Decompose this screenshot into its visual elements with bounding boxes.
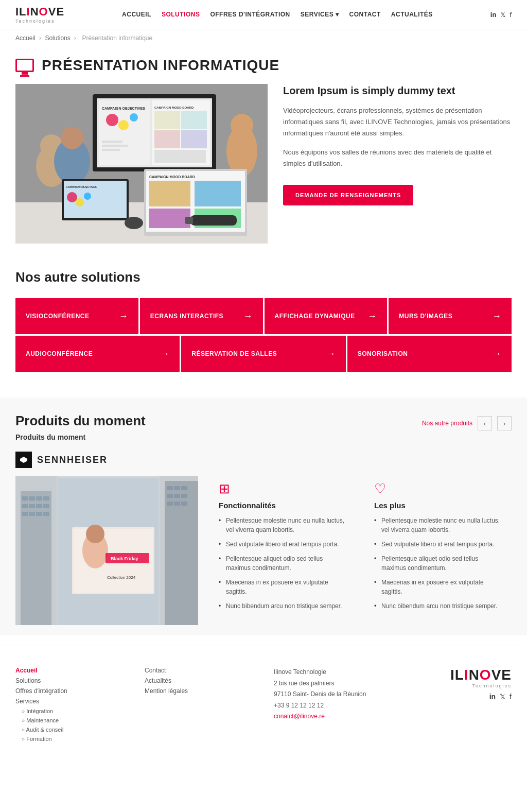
- social-twitter[interactable]: 𝕏: [500, 11, 505, 19]
- svg-rect-51: [43, 504, 49, 508]
- brand-logo-svg: [19, 455, 29, 465]
- screen-icon: [15, 59, 34, 72]
- svg-rect-67: [174, 486, 180, 490]
- features-icon: ⊞: [219, 481, 348, 497]
- footer-social-facebook[interactable]: f: [510, 693, 512, 701]
- svg-rect-54: [36, 512, 42, 516]
- solutions-section: Nos autre solutions VISIOCONFÉRENCE → EC…: [0, 249, 527, 387]
- solution-visio-label: VISIOCONFÉRENCE: [26, 312, 90, 321]
- footer-link-maintenance[interactable]: Maintenance: [15, 717, 124, 723]
- nav-contact[interactable]: CONTACT: [349, 11, 381, 18]
- svg-rect-34: [149, 181, 190, 206]
- svg-rect-74: [181, 502, 187, 506]
- footer-address1: 2 bis rue des palmiers: [274, 678, 382, 689]
- svg-point-24: [231, 114, 253, 136]
- extras-title: Les plus: [374, 501, 504, 510]
- solution-murs[interactable]: MURS D'IMAGES →: [389, 298, 512, 334]
- solution-reservation[interactable]: RÉSERVATION DE SALLES →: [181, 336, 345, 372]
- solution-sono-label: SONORISATION: [358, 350, 408, 358]
- feature-item-2: Pellentesque aliquet odio sed tellus max…: [219, 554, 348, 573]
- site-logo[interactable]: ILINOVE Technologies: [15, 5, 64, 24]
- solution-sono[interactable]: SONORISATION →: [347, 336, 512, 372]
- footer-logo-text: ILINOVE: [450, 667, 512, 683]
- extra-item-0: Pellentesque molestie nunc eu nulla luct…: [374, 516, 504, 534]
- breadcrumb-solutions[interactable]: Solutions: [45, 34, 70, 42]
- svg-rect-17: [181, 130, 207, 148]
- page-title: PRÉSENTATION INFORMATIQUE: [42, 57, 279, 74]
- solution-reservation-arrow: →: [326, 349, 336, 359]
- logo-subtitle: Technologies: [15, 19, 64, 24]
- svg-rect-15: [181, 111, 207, 129]
- cta-button[interactable]: DEMANDE DE RENSEIGNEMENTS: [283, 185, 413, 205]
- brand-logo-box: [15, 452, 32, 468]
- footer-link-contact[interactable]: Contact: [145, 667, 253, 674]
- nav-offres[interactable]: OFFRES D'INTÉGRATION: [210, 11, 290, 18]
- svg-text:CAMPAIGN MOOD BOARD: CAMPAIGN MOOD BOARD: [154, 106, 194, 109]
- svg-rect-47: [43, 496, 49, 500]
- social-linkedin[interactable]: in: [490, 11, 497, 19]
- svg-point-30: [84, 193, 91, 200]
- svg-rect-43: [21, 491, 51, 625]
- footer-email[interactable]: conatct@ilinove.re: [274, 711, 382, 722]
- footer-col-secondary: Contact Actualités Mention légales: [145, 667, 253, 745]
- footer-social-twitter[interactable]: 𝕏: [500, 693, 505, 701]
- svg-rect-9: [102, 141, 122, 143]
- breadcrumb-sep1: ›: [39, 34, 43, 42]
- products-next-button[interactable]: ›: [497, 416, 512, 430]
- svg-rect-69: [167, 494, 173, 498]
- solution-sono-arrow: →: [492, 349, 501, 359]
- page-title-area: PRÉSENTATION INFORMATIQUE: [0, 47, 527, 79]
- footer-link-solutions[interactable]: Solutions: [15, 677, 124, 684]
- nav-actualites[interactable]: ACTUALITÉS: [391, 11, 433, 18]
- extras-icon: ♡: [374, 481, 504, 497]
- svg-rect-18: [154, 150, 206, 163]
- footer-link-integration[interactable]: Intégration: [15, 708, 124, 714]
- footer-link-accueil[interactable]: Accueil: [15, 667, 124, 674]
- footer-link-audit[interactable]: Audit & conseil: [15, 727, 124, 733]
- solution-affichage[interactable]: AFFICHAGE DYNAMIQUE →: [265, 298, 388, 334]
- breadcrumb-accueil[interactable]: Accueil: [15, 34, 36, 42]
- svg-rect-73: [174, 502, 180, 506]
- svg-rect-71: [181, 494, 187, 498]
- solution-ecrans-arrow: →: [243, 311, 253, 322]
- svg-rect-39: [190, 215, 237, 226]
- svg-text:Black Friday: Black Friday: [111, 556, 138, 561]
- footer-col-logo: ILINOVE Technologies in 𝕏 f: [403, 667, 512, 745]
- footer-link-mentions[interactable]: Mention légales: [145, 687, 253, 695]
- products-prev-button[interactable]: ‹: [478, 416, 492, 430]
- social-facebook[interactable]: f: [510, 11, 512, 19]
- products-nav-label: Nos autre produits: [422, 420, 472, 427]
- footer-link-actualites[interactable]: Actualités: [145, 677, 253, 684]
- solution-visioconference[interactable]: VISIOCONFÉRENCE →: [15, 298, 138, 334]
- product-image: Black Friday Collection 2024: [15, 476, 198, 625]
- svg-text:CAMPAIGN MOOD BOARD: CAMPAIGN MOOD BOARD: [149, 175, 195, 179]
- hero-image-svg: CAMPAIGN OBJECTIVES CAMPAIGN MOOD BOARD: [15, 84, 268, 244]
- svg-point-22: [61, 127, 83, 149]
- products-title: Produits du moment: [15, 413, 146, 429]
- footer-link-formation[interactable]: Formation: [15, 736, 124, 742]
- footer: Accueil Solutions Offres d'intégration S…: [0, 646, 527, 761]
- nav-accueil[interactable]: ACCUEIL: [122, 11, 151, 18]
- nav-services[interactable]: SERVICES ▾: [301, 11, 339, 18]
- svg-rect-70: [174, 494, 180, 498]
- svg-rect-46: [36, 496, 42, 500]
- features-title: Fonctionnalités: [219, 501, 348, 510]
- svg-rect-40: [185, 217, 193, 224]
- footer-address2: 97110 Saint- Denis de la Réunion: [274, 689, 382, 700]
- footer-social-linkedin[interactable]: in: [489, 693, 496, 701]
- solution-audio[interactable]: AUDIOCONFÉRENCE →: [15, 336, 180, 372]
- footer-link-services[interactable]: Services: [15, 698, 124, 705]
- svg-rect-35: [195, 181, 241, 206]
- footer-logo-sub: Technologies: [472, 683, 512, 688]
- solution-affichage-arrow: →: [367, 311, 377, 322]
- solution-audio-label: AUDIOCONFÉRENCE: [26, 350, 93, 358]
- solutions-grid-row1: VISIOCONFÉRENCE → ECRANS INTERACTIFS → A…: [15, 298, 512, 334]
- solution-ecrans[interactable]: ECRANS INTERACTIFS →: [140, 298, 263, 334]
- nav-solutions[interactable]: SOLUTIONS: [162, 11, 200, 18]
- svg-point-61: [86, 525, 104, 543]
- products-nav: Nos autre produits ‹ ›: [422, 416, 512, 430]
- product-detail: SENNHEISER: [15, 452, 512, 625]
- hero-paragraph1: Vidéoprojecteurs, écrans professionnels,…: [283, 105, 512, 139]
- feature-item-0: Pellentesque molestie nunc eu nulla luct…: [219, 516, 348, 534]
- footer-link-offres[interactable]: Offres d'intégration: [15, 687, 124, 695]
